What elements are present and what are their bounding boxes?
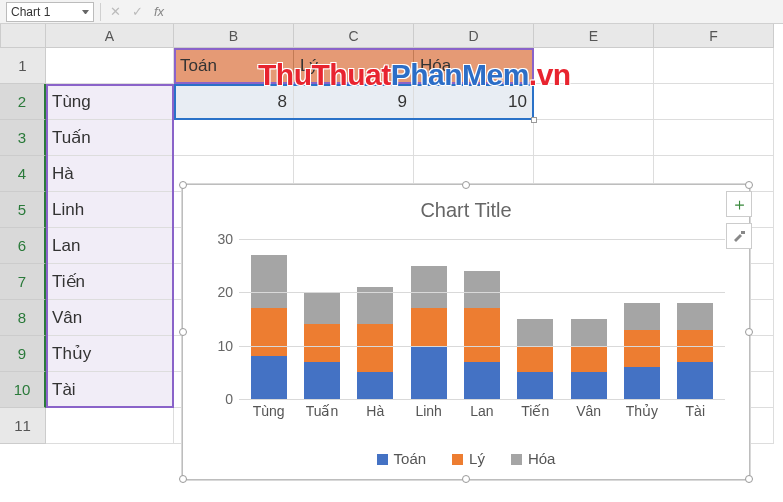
bar-column[interactable] — [571, 319, 607, 399]
legend-swatch — [377, 454, 388, 465]
chart-object[interactable]: ＋ Chart Title TùngTuấnHàLinhLanTiếnVânTh… — [182, 184, 750, 480]
cell[interactable]: Hà — [46, 156, 174, 192]
bar-segment — [304, 324, 340, 361]
bar-column[interactable] — [464, 271, 500, 399]
col-header[interactable]: E — [534, 24, 654, 48]
cell[interactable]: Tuấn — [46, 120, 174, 156]
cell[interactable]: 8 — [174, 84, 294, 120]
cell[interactable]: Hóa — [414, 48, 534, 84]
cell[interactable]: Thủy — [46, 336, 174, 372]
cell[interactable]: Tiến — [46, 264, 174, 300]
cell[interactable]: 9 — [294, 84, 414, 120]
bar-segment — [624, 330, 660, 367]
row-header[interactable]: 3 — [0, 120, 46, 156]
accept-icon: ✓ — [129, 4, 145, 19]
chart-legend[interactable]: ToánLýHóa — [183, 450, 749, 467]
chart-add-element-button[interactable]: ＋ — [726, 191, 752, 217]
x-tick-label: Tiến — [512, 403, 558, 419]
name-box-value: Chart 1 — [11, 5, 50, 19]
col-header[interactable]: C — [294, 24, 414, 48]
cell[interactable] — [654, 48, 774, 84]
chevron-down-icon[interactable] — [82, 10, 89, 14]
bar-segment — [251, 255, 287, 308]
chart-bars — [239, 239, 725, 399]
resize-handle[interactable] — [745, 475, 753, 483]
resize-handle[interactable] — [745, 328, 753, 336]
formula-input[interactable] — [173, 2, 783, 22]
cell[interactable]: 10 — [414, 84, 534, 120]
bar-column[interactable] — [251, 255, 287, 399]
worksheet[interactable]: A B C D E F 1 Toán Lý Hóa 2 Tùng 8 9 10 … — [0, 24, 783, 444]
resize-handle[interactable] — [462, 475, 470, 483]
bar-segment — [251, 356, 287, 399]
bar-column[interactable] — [357, 287, 393, 399]
cell[interactable] — [534, 84, 654, 120]
bar-column[interactable] — [624, 303, 660, 399]
bar-column[interactable] — [677, 303, 713, 399]
bar-segment — [411, 346, 447, 399]
col-header[interactable]: A — [46, 24, 174, 48]
legend-swatch — [452, 454, 463, 465]
bar-column[interactable] — [411, 266, 447, 399]
bar-segment — [357, 372, 393, 399]
select-all-corner[interactable] — [0, 24, 46, 48]
resize-handle[interactable] — [179, 475, 187, 483]
row-header[interactable]: 7 — [0, 264, 46, 300]
table-row: 1 Toán Lý Hóa — [0, 48, 783, 84]
cell[interactable]: Lan — [46, 228, 174, 264]
legend-item[interactable]: Hóa — [511, 450, 556, 467]
name-box[interactable]: Chart 1 — [6, 2, 94, 22]
brush-icon — [732, 229, 747, 244]
cell[interactable]: Toán — [174, 48, 294, 84]
fx-icon[interactable]: fx — [151, 4, 167, 19]
x-tick-label: Tùng — [246, 403, 292, 419]
cell[interactable] — [46, 48, 174, 84]
bar-column[interactable] — [517, 319, 553, 399]
cell[interactable]: Tài — [46, 372, 174, 408]
col-header[interactable]: D — [414, 24, 534, 48]
bar-segment — [624, 303, 660, 330]
bar-segment — [624, 367, 660, 399]
legend-item[interactable]: Lý — [452, 450, 485, 467]
bar-segment — [677, 362, 713, 399]
row-header[interactable]: 1 — [0, 48, 46, 84]
bar-segment — [677, 303, 713, 330]
formula-bar: Chart 1 ✕ ✓ fx — [0, 0, 783, 24]
gridline — [239, 239, 725, 240]
chart-style-button[interactable] — [726, 223, 752, 249]
bar-segment — [304, 362, 340, 399]
chart-plot-area[interactable]: TùngTuấnHàLinhLanTiếnVânThủyTài 0102030 — [239, 239, 725, 399]
resize-handle[interactable] — [179, 181, 187, 189]
row-header[interactable]: 5 — [0, 192, 46, 228]
resize-handle[interactable] — [179, 328, 187, 336]
legend-item[interactable]: Toán — [377, 450, 427, 467]
resize-handle[interactable] — [462, 181, 470, 189]
chart-title[interactable]: Chart Title — [183, 199, 749, 222]
row-header[interactable]: 9 — [0, 336, 46, 372]
col-header[interactable]: B — [174, 24, 294, 48]
gridline — [239, 346, 725, 347]
row-header[interactable]: 11 — [0, 408, 46, 444]
x-tick-label: Tài — [672, 403, 718, 419]
cell[interactable] — [534, 48, 654, 84]
bar-segment — [571, 319, 607, 346]
cell[interactable]: Lý — [294, 48, 414, 84]
cell[interactable]: Tùng — [46, 84, 174, 120]
y-tick-label: 10 — [217, 338, 233, 354]
cell[interactable] — [654, 84, 774, 120]
cell[interactable]: Vân — [46, 300, 174, 336]
cell[interactable]: Linh — [46, 192, 174, 228]
resize-handle[interactable] — [745, 181, 753, 189]
row-header[interactable]: 6 — [0, 228, 46, 264]
x-tick-label: Linh — [406, 403, 452, 419]
row-header[interactable]: 8 — [0, 300, 46, 336]
x-tick-label: Lan — [459, 403, 505, 419]
col-header[interactable]: F — [654, 24, 774, 48]
x-tick-label: Vân — [566, 403, 612, 419]
row-header[interactable]: 4 — [0, 156, 46, 192]
bar-segment — [357, 324, 393, 372]
row-header[interactable]: 10 — [0, 372, 46, 408]
chart-x-labels: TùngTuấnHàLinhLanTiếnVânThủyTài — [239, 399, 725, 419]
row-header[interactable]: 2 — [0, 84, 46, 120]
svg-rect-0 — [741, 231, 745, 234]
